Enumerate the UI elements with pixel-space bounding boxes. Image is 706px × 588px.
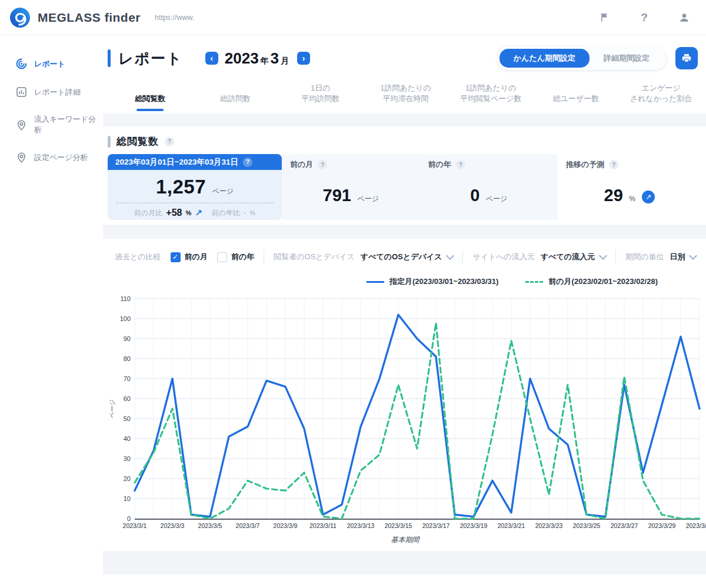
x-tick-label: 2023/3/17	[422, 522, 450, 529]
site-url: https://www.	[155, 14, 194, 22]
x-tick-label: 2023/3/27	[611, 522, 638, 529]
page-title: レポート	[118, 49, 183, 68]
yoy-value: -	[244, 209, 246, 217]
forecast-trend-icon: ↗	[642, 191, 655, 203]
prev-year-label: 前の年	[428, 159, 451, 170]
previous-periods-panel: 前の月 ? 791 ページ 前の年 ? 0 ページ	[282, 154, 558, 220]
tab-6[interactable]: エンゲージされなかった割合	[618, 79, 704, 113]
next-month-button[interactable]: ›	[297, 52, 310, 65]
divider	[264, 250, 264, 264]
tab-4[interactable]: 1訪問あたりの平均閲覧ページ数	[448, 79, 534, 113]
compare-label: 過去との比較	[115, 252, 161, 262]
page-pin-icon	[15, 151, 28, 163]
legend-item-0[interactable]: 指定月(2023/03/01~2023/03/31)	[367, 276, 498, 287]
legend-swatch	[525, 281, 543, 283]
compare-checkbox-0[interactable]: ✓前の月	[171, 252, 208, 262]
x-axis-title: 基本期間	[106, 535, 704, 545]
y-tick-label: 20	[124, 475, 131, 482]
sidebar-item-label: 設定ページ分析	[34, 152, 88, 163]
x-tick-labels: 2023/3/12023/3/32023/3/52023/3/72023/3/9…	[123, 522, 706, 529]
flag-icon[interactable]	[598, 11, 611, 24]
section-accent-bar	[108, 136, 111, 148]
current-value-unit: ページ	[212, 187, 234, 195]
forecast-value: 29	[604, 186, 623, 205]
x-tick-label: 2023/3/29	[648, 522, 676, 529]
legend-swatch	[367, 281, 384, 283]
date-navigator: ‹ 2023 年 3 月 ›	[205, 49, 310, 68]
divider	[615, 250, 616, 264]
forecast-label: 推移の予測	[566, 159, 604, 170]
x-tick-label: 2023/3/9	[274, 522, 298, 529]
stat-cards-row: 2023年03月01日~2023年03月31日 ? 1,257 ページ 前の月比…	[108, 154, 701, 220]
tab-3[interactable]: 1訪問あたりの平均滞在時間	[363, 79, 448, 113]
x-tick-label: 2023/3/15	[385, 522, 412, 529]
current-value: 1,257	[156, 176, 206, 198]
sidebar-item-0[interactable]: レポート	[15, 58, 103, 70]
y-tick-label: 40	[124, 435, 131, 442]
select-label-2: 期間の単位	[625, 252, 664, 262]
section-help-icon[interactable]: ?	[165, 137, 174, 146]
x-tick-label: 2023/3/19	[460, 522, 488, 529]
comparison-row: 前の月比 +58 % ↗ 前の年比 - %	[108, 203, 282, 218]
select-2[interactable]: 日別	[664, 252, 696, 262]
range-help-icon[interactable]: ?	[243, 158, 252, 167]
prev-year-help-icon[interactable]: ?	[456, 160, 465, 169]
section-title: 総閲覧数	[116, 135, 159, 148]
prev-year-card: 前の年 ? 0 ページ	[420, 154, 558, 220]
compare-checkbox-1[interactable]: 前の年	[217, 252, 254, 262]
x-tick-label: 2023/3/21	[498, 522, 525, 529]
current-period-range: 2023年03月01日~2023年03月31日	[115, 157, 238, 168]
sidebar-item-2[interactable]: 流入キーワード分析	[15, 114, 103, 135]
x-tick-label: 2023/3/23	[535, 522, 563, 529]
y-tick-label: 30	[124, 455, 131, 462]
x-tick-label: 2023/3/5	[198, 522, 222, 529]
bottom-band	[103, 551, 706, 574]
user-icon[interactable]	[678, 11, 691, 24]
separator-band	[103, 225, 706, 239]
prev-month-help-icon[interactable]: ?	[318, 160, 327, 169]
tab-5[interactable]: 総ユーザー数	[534, 90, 619, 113]
checkbox-icon[interactable]: ✓	[171, 252, 181, 262]
select-value: すべての流入元	[541, 252, 595, 262]
legend-item-1[interactable]: 前の月(2023/02/01~2023/02/28)	[525, 276, 658, 287]
title-accent-bar	[108, 49, 111, 67]
x-tick-label: 2023/3/11	[309, 522, 337, 529]
current-value-row: 1,257 ページ	[108, 170, 282, 198]
section-header: 総閲覧数 ?	[108, 135, 698, 148]
mom-value: +58	[166, 208, 182, 218]
detail-period-button[interactable]: 詳細期間設定	[590, 49, 664, 68]
checkbox-label: 前の月	[185, 252, 208, 262]
x-tick-label: 2023/3/7	[236, 522, 260, 529]
y-tick-label: 0	[127, 515, 131, 522]
select-0[interactable]: すべてのOSとデバイス	[355, 252, 454, 262]
checkbox-icon[interactable]	[217, 252, 227, 262]
mom-trend-arrow-icon: ↗	[195, 208, 202, 218]
chart-panel: 指定月(2023/03/01~2023/03/31)前の月(2023/02/01…	[106, 266, 704, 545]
period-mode-toggle: かんたん期間設定 詳細期間設定	[497, 46, 666, 70]
tab-0[interactable]: 総閲覧数	[108, 90, 193, 113]
sidebar-item-3[interactable]: 設定ページ分析	[15, 151, 103, 163]
keyword-pin-icon	[15, 119, 28, 131]
select-value: すべてのOSとデバイス	[361, 252, 442, 262]
sidebar: レポートレポート詳細流入キーワード分析設定ページ分析	[0, 35, 103, 588]
tab-2[interactable]: 1日の平均訪問数	[278, 79, 363, 113]
simple-period-button[interactable]: かんたん期間設定	[499, 49, 590, 68]
select-1[interactable]: すべての流入元	[535, 252, 606, 262]
forecast-help-icon[interactable]: ?	[609, 160, 618, 169]
metric-tabs: 総閲覧数総訪問数1日の平均訪問数1訪問あたりの平均滞在時間1訪問あたりの平均閲覧…	[108, 79, 704, 113]
tab-1[interactable]: 総訪問数	[193, 90, 278, 113]
y-tick-label: 100	[120, 315, 131, 322]
help-icon[interactable]: ?	[638, 11, 651, 24]
logo-swirl-icon	[8, 6, 32, 29]
prev-month-label: 前の月	[290, 159, 313, 170]
y-tick-label: 60	[124, 395, 131, 402]
filter-bar: 過去との比較 ✓前の月前の年 閲覧者のOSとデバイスすべてのOSとデバイスサイト…	[115, 248, 701, 266]
y-tick-label: 10	[124, 495, 131, 502]
prev-year-value: 0	[470, 186, 479, 205]
prev-month-button[interactable]: ‹	[205, 52, 218, 65]
vertical-gridlines	[135, 299, 700, 519]
print-button[interactable]	[675, 47, 698, 69]
sidebar-item-1[interactable]: レポート詳細	[15, 86, 103, 98]
forecast-card: 推移の予測 ? 29 % ↗	[558, 154, 701, 220]
y-tick-label: 70	[124, 375, 131, 382]
